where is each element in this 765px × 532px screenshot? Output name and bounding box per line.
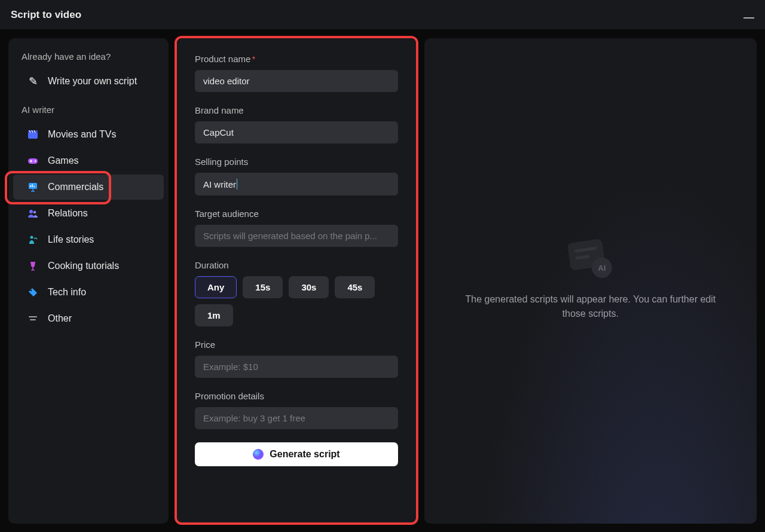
field-duration: Duration Any 15s 30s 45s 1m: [195, 260, 398, 326]
brand-name-label: Brand name: [195, 105, 398, 115]
duration-30s[interactable]: 30s: [289, 276, 329, 298]
duration-label: Duration: [195, 260, 398, 270]
svg-rect-0: [28, 132, 38, 139]
field-promotion: Promotion details: [195, 391, 398, 429]
preview-placeholder-text: The generated scripts will appear here. …: [460, 292, 721, 321]
product-name-input[interactable]: [195, 70, 398, 92]
sidebar-item-relations[interactable]: Relations: [13, 201, 164, 226]
svg-point-6: [33, 211, 36, 214]
sidebar-item-label: Movies and TVs: [48, 129, 116, 140]
titlebar: Script to video: [0, 0, 765, 30]
write-own-script[interactable]: ✎ Write your own script: [13, 69, 164, 94]
field-product-name: Product name*: [195, 54, 398, 92]
svg-point-10: [30, 290, 32, 292]
price-input[interactable]: [195, 356, 398, 378]
field-selling-points: Selling points AI writer: [195, 157, 398, 195]
sidebar-item-label: Other: [48, 313, 72, 324]
price-label: Price: [195, 340, 398, 350]
preview-panel: AI The generated scripts will appear her…: [424, 38, 757, 524]
sidebar-aiwriter-label: AI writer: [8, 102, 169, 121]
preview-placeholder-icon: AI: [569, 241, 612, 278]
sidebar-item-label: Relations: [48, 208, 88, 219]
sidebar-item-label: Tech info: [48, 287, 86, 298]
svg-rect-8: [32, 267, 33, 270]
svg-point-3: [35, 160, 36, 161]
sidebar-item-label: Life stories: [48, 234, 94, 245]
duration-1m[interactable]: 1m: [195, 304, 233, 326]
svg-rect-2: [28, 158, 38, 164]
promotion-label: Promotion details: [195, 391, 398, 401]
promotion-input[interactable]: [195, 407, 398, 429]
lines-icon: [26, 312, 39, 325]
sidebar-item-label: Commercials: [48, 182, 103, 192]
minimize-icon: [743, 17, 754, 19]
field-price: Price: [195, 340, 398, 378]
sidebar-item-life-stories[interactable]: Life stories: [13, 227, 164, 252]
ai-badge-icon: AI: [592, 258, 612, 278]
wine-icon: [26, 259, 39, 273]
selling-points-label: Selling points: [195, 157, 398, 167]
sidebar-item-tech[interactable]: Tech info: [13, 280, 164, 305]
selling-points-input[interactable]: AI writer: [195, 173, 398, 195]
sidebar-item-commercials[interactable]: Commercials: [13, 175, 164, 200]
brand-name-input[interactable]: [195, 121, 398, 143]
main-layout: Already have an idea? ✎ Write your own s…: [0, 30, 765, 532]
sidebar: Already have an idea? ✎ Write your own s…: [8, 38, 169, 524]
write-own-label: Write your own script: [48, 76, 137, 87]
product-name-label: Product name*: [195, 54, 398, 64]
svg-point-5: [29, 210, 33, 213]
presentation-icon: [26, 181, 39, 194]
svg-rect-9: [31, 270, 35, 271]
gamepad-icon: [26, 154, 39, 167]
sidebar-item-other[interactable]: Other: [13, 306, 164, 331]
svg-rect-4: [29, 183, 37, 189]
minimize-button[interactable]: [743, 11, 754, 19]
generate-label: Generate script: [270, 449, 339, 460]
window-title: Script to video: [11, 9, 81, 21]
people-icon: [26, 207, 39, 220]
tag-icon: [26, 286, 39, 299]
svg-point-7: [30, 236, 33, 239]
sidebar-item-cooking[interactable]: Cooking tutorials: [13, 253, 164, 279]
sidebar-item-games[interactable]: Games: [13, 148, 164, 173]
person-story-icon: [26, 233, 39, 246]
sidebar-idea-label: Already have an idea?: [8, 49, 169, 68]
text-cursor: [237, 179, 237, 189]
sidebar-item-label: Cooking tutorials: [48, 261, 119, 271]
ai-orb-icon: [253, 449, 264, 460]
generate-script-button[interactable]: Generate script: [195, 442, 398, 466]
duration-15s[interactable]: 15s: [243, 276, 283, 298]
svg-rect-11: [29, 316, 37, 317]
svg-rect-12: [30, 319, 36, 320]
field-brand-name: Brand name: [195, 105, 398, 143]
target-audience-input[interactable]: [195, 225, 398, 247]
pencil-icon: ✎: [26, 75, 39, 88]
target-audience-label: Target audience: [195, 209, 398, 219]
sidebar-item-movies[interactable]: Movies and TVs: [13, 122, 164, 147]
form-panel: Product name* Brand name Selling points …: [177, 38, 416, 524]
sidebar-item-label: Games: [48, 155, 79, 166]
duration-45s[interactable]: 45s: [335, 276, 375, 298]
field-target-audience: Target audience: [195, 209, 398, 247]
duration-any[interactable]: Any: [195, 276, 237, 298]
clapperboard-icon: [26, 128, 39, 141]
